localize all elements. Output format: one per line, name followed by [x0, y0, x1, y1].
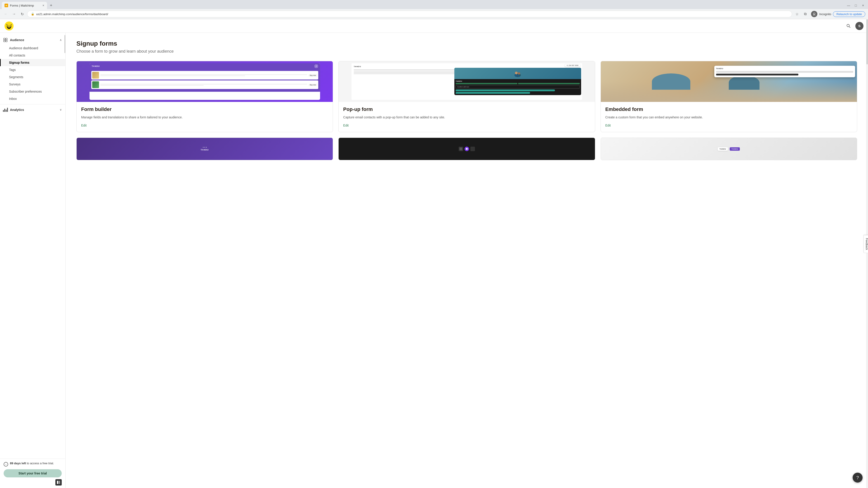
bottom-card-3-image: TANDU TANDU [601, 138, 857, 160]
close-window-button[interactable]: × [860, 2, 866, 8]
sidebar-item-tags[interactable]: Tags [0, 66, 65, 73]
form-builder-card[interactable]: TANDU [76, 61, 333, 132]
analytics-label: Analytics [10, 108, 24, 111]
popup-form-desc: Capture email contacts with a pop-up for… [343, 115, 590, 120]
form-builder-card-image: TANDU [76, 61, 333, 102]
svg-rect-22 [518, 75, 519, 76]
app-header: S [0, 19, 868, 33]
svg-point-17 [316, 66, 317, 66]
analytics-icon [3, 107, 8, 112]
embedded-form-desc: Create a custom form that you can embed … [605, 115, 852, 120]
product-item-2: Buy now [91, 80, 318, 89]
trial-notice: ○ 89 days left to access a free trial. [4, 462, 62, 466]
analytics-chevron-icon: ∨ [60, 108, 62, 111]
page-title: Signup forms [76, 40, 857, 47]
tab-favicon: M [4, 4, 8, 7]
sidebar-item-audience-dashboard[interactable]: Audience dashboard [0, 44, 65, 52]
embedded-form-card-image: TANDU [601, 61, 857, 102]
minimize-button[interactable]: — [845, 2, 852, 8]
svg-text:M: M [6, 4, 7, 6]
confirm-with-text-btn: Confirm with text [456, 85, 580, 89]
sidebar-item-inbox[interactable]: Inbox [0, 95, 65, 102]
bottom-card-3[interactable]: TANDU TANDU [600, 138, 857, 160]
lock-icon: 🔒 [31, 12, 34, 15]
feedback-tab[interactable]: Feedback [864, 235, 868, 253]
embedded-form-card-body: Embedded form Create a custom form that … [601, 102, 857, 132]
popup-form-card[interactable]: TANDU +1 234 567 0000 [338, 61, 595, 132]
audience-chevron-icon: ∧ [60, 38, 62, 41]
embedded-form-card[interactable]: TANDU Embedded form Create a custom form… [600, 61, 857, 132]
sidebar: Audience ∧ Audience dashboard All contac… [0, 33, 66, 488]
bookmark-button[interactable]: ☆ [794, 11, 800, 17]
form-builder-edit-link[interactable]: Edit [81, 124, 87, 127]
mailchimp-logo[interactable] [4, 22, 13, 31]
bottom-card-2[interactable] [338, 138, 595, 160]
sidebar-section-audience-header[interactable]: Audience ∧ [0, 35, 65, 44]
sidebar-section-analytics[interactable]: Analytics ∨ [0, 105, 65, 114]
main-content: Signup forms Choose a form to grow and l… [66, 33, 868, 488]
svg-rect-21 [515, 74, 517, 76]
tab-title: Forms | Mailchimp [10, 4, 34, 7]
sidebar-scroll-thumb [64, 35, 65, 53]
page-subtitle: Choose a form to grow and learn about yo… [76, 49, 857, 54]
sidebar-item-subscriber-preferences[interactable]: Subscriber preferences [0, 88, 65, 95]
svg-point-16 [316, 66, 316, 67]
chat-bubble-1 [456, 90, 555, 91]
chat-bubble-2 [456, 92, 530, 94]
main-scrollbar [866, 33, 868, 488]
tab-close-btn[interactable]: × [42, 4, 44, 7]
address-bar: ← → ↻ 🔒 us21.admin.mailchimp.com/audienc… [0, 9, 868, 19]
start-trial-button[interactable]: Start your free trial [4, 469, 62, 477]
main-area: Audience ∧ Audience dashboard All contac… [0, 33, 868, 488]
form-builder-preview: TANDU [90, 63, 320, 100]
embedded-form-edit-link[interactable]: Edit [605, 124, 611, 127]
maximize-button[interactable]: □ [852, 2, 859, 8]
form-builder-title: Form builder [81, 106, 328, 112]
main-scroll-thumb [866, 33, 868, 64]
bottom-card-1[interactable]: TANDU [76, 138, 333, 160]
active-tab[interactable]: M Forms | Mailchimp × [2, 2, 47, 9]
product-item-1: Buy now [91, 71, 318, 79]
layout-toggle-button[interactable] [55, 479, 62, 486]
sidebar-divider [0, 104, 65, 104]
svg-point-8 [847, 24, 849, 27]
browser-chrome: M Forms | Mailchimp × + — □ × ← → ↻ 🔒 us… [0, 0, 868, 19]
url-text: us21.admin.mailchimp.com/audience/forms/… [36, 12, 108, 16]
sidebar-item-all-contacts[interactable]: All contacts [0, 52, 65, 59]
audience-section-label: Audience [10, 38, 58, 42]
svg-rect-14 [59, 481, 60, 484]
relaunch-button[interactable]: Relaunch to update [833, 11, 865, 17]
popup-modal: TANDU Confirm with text [454, 68, 581, 95]
back-button[interactable]: ← [3, 11, 9, 17]
form-builder-card-body: Form builder Manage fields and translati… [76, 102, 333, 132]
new-tab-button[interactable]: + [48, 2, 54, 8]
embedded-form-title: Embedded form [605, 106, 852, 112]
bottom-form-cards-grid: TANDU [76, 138, 857, 160]
chat-bubbles [456, 90, 580, 94]
svg-point-7 [10, 25, 10, 26]
user-avatar[interactable]: S [855, 22, 864, 30]
svg-rect-10 [6, 38, 7, 40]
trial-clock-icon: ○ [4, 462, 8, 466]
sidebar-section-audience: Audience ∧ Audience dashboard All contac… [0, 35, 65, 103]
url-field[interactable]: 🔒 us21.admin.mailchimp.com/audience/form… [27, 11, 792, 18]
sidebar-item-signup-forms[interactable]: Signup forms [0, 59, 65, 66]
sidebar-item-surveys[interactable]: Surveys [0, 80, 65, 88]
svg-point-6 [8, 25, 8, 26]
popup-form-edit-link[interactable]: Edit [343, 124, 348, 127]
svg-point-2 [813, 13, 815, 15]
sidebar-bottom-icons [4, 477, 62, 486]
search-button[interactable] [844, 22, 852, 30]
sidebar-item-segments[interactable]: Segments [0, 73, 65, 80]
svg-point-19 [515, 72, 518, 74]
reload-button[interactable]: ↻ [19, 11, 25, 17]
sidebar-bottom: ○ 89 days left to access a free trial. S… [0, 459, 65, 488]
popup-form-card-body: Pop-up form Capture email contacts with … [339, 102, 595, 132]
trial-text: 89 days left to access a free trial. [10, 462, 54, 465]
incognito-label: Incognito [819, 12, 831, 16]
extensions-button[interactable]: ⧉ [802, 11, 808, 17]
form-builder-desc: Manage fields and translations to share … [81, 115, 328, 120]
forward-button[interactable]: → [11, 11, 17, 17]
help-button[interactable]: ? [852, 473, 863, 483]
window-controls: — □ × [845, 2, 866, 8]
